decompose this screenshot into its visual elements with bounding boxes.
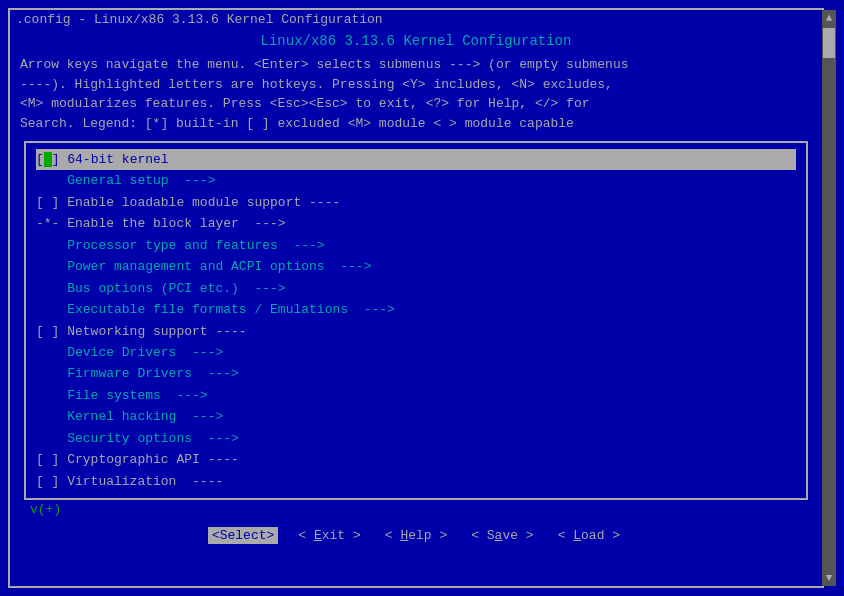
menu-item-9[interactable]: Device Drivers ---> — [36, 342, 796, 363]
menu-box[interactable]: [*] 64-bit kernel General setup --->[ ] … — [24, 141, 808, 500]
exit-button[interactable]: < Exit > — [294, 527, 364, 544]
menu-item-13[interactable]: Security options ---> — [36, 428, 796, 449]
menu-item-4[interactable]: Processor type and features ---> — [36, 235, 796, 256]
scrollbar-down-arrow[interactable]: ▼ — [822, 570, 836, 586]
menu-item-1[interactable]: General setup ---> — [36, 170, 796, 191]
window-title: Linux/x86 3.13.6 Kernel Configuration — [16, 33, 816, 49]
menu-item-10[interactable]: Firmware Drivers ---> — [36, 363, 796, 384]
menu-item-11[interactable]: File systems ---> — [36, 385, 796, 406]
button-bar: <Select>< Exit >< Help >< Save >< Load > — [16, 519, 816, 548]
load-button[interactable]: < Load > — [554, 527, 624, 544]
menu-item-2[interactable]: [ ] Enable loadable module support ---- — [36, 192, 796, 213]
menu-item-15[interactable]: [ ] Virtualization ---- — [36, 471, 796, 492]
bottom-status: v(+) — [16, 500, 816, 519]
menu-item-3[interactable]: -*- Enable the block layer ---> — [36, 213, 796, 234]
menu-item-7[interactable]: Executable file formats / Emulations ---… — [36, 299, 796, 320]
select-button[interactable]: <Select> — [208, 527, 278, 544]
scrollbar[interactable]: ▲ ▼ — [822, 10, 836, 586]
menu-item-14[interactable]: [ ] Cryptographic API ---- — [36, 449, 796, 470]
menu-item-12[interactable]: Kernel hacking ---> — [36, 406, 796, 427]
save-button[interactable]: < Save > — [467, 527, 537, 544]
menu-item-5[interactable]: Power management and ACPI options ---> — [36, 256, 796, 277]
help-button[interactable]: < Help > — [381, 527, 451, 544]
menu-item-0[interactable]: [*] 64-bit kernel — [36, 149, 796, 170]
help-text: Arrow keys navigate the menu. <Enter> se… — [16, 55, 816, 133]
scrollbar-up-arrow[interactable]: ▲ — [822, 10, 836, 26]
menu-item-8[interactable]: [ ] Networking support ---- — [36, 321, 796, 342]
outer-window: .config - Linux/x86 3.13.6 Kernel Config… — [8, 8, 824, 588]
title-bar-text: .config - Linux/x86 3.13.6 Kernel Config… — [16, 12, 383, 27]
inner-window: Linux/x86 3.13.6 Kernel Configuration Ar… — [16, 33, 816, 548]
scrollbar-thumb[interactable] — [823, 28, 835, 58]
menu-item-6[interactable]: Bus options (PCI etc.) ---> — [36, 278, 796, 299]
title-bar: .config - Linux/x86 3.13.6 Kernel Config… — [10, 10, 822, 29]
